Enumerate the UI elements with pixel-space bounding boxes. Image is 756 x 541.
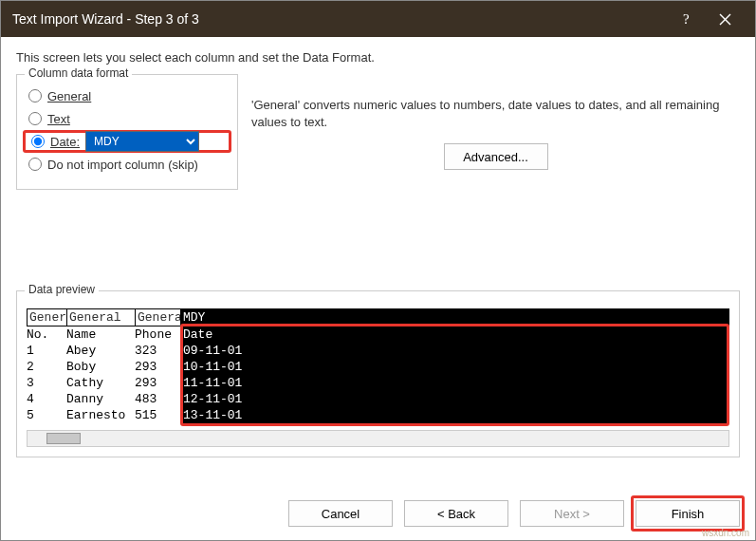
col-header[interactable]: Genera [136, 309, 181, 326]
radio-date-label: Date: [50, 135, 80, 149]
radio-text-label: Text [47, 112, 70, 126]
date-format-select[interactable]: MDY [85, 131, 199, 152]
radio-text[interactable] [28, 112, 42, 125]
format-description: 'General' converts numeric values to num… [251, 97, 740, 130]
help-button[interactable]: ? [668, 1, 706, 37]
preview-col-0: No. 1 2 3 4 5 [27, 326, 66, 426]
finish-button[interactable]: Finish [636, 500, 740, 527]
text-import-wizard-dialog: Text Import Wizard - Step 3 of 3 ? This … [0, 0, 756, 541]
col-header[interactable]: General [67, 309, 136, 326]
preview-legend: Data preview [25, 283, 99, 296]
help-icon: ? [681, 11, 692, 27]
format-description-area: 'General' converts numeric values to num… [251, 74, 740, 196]
watermark: wsxdn.com [702, 528, 749, 538]
radio-general-label: General [47, 89, 91, 103]
radio-skip[interactable] [28, 158, 42, 171]
dialog-title: Text Import Wizard - Step 3 of 3 [12, 11, 668, 27]
titlebar: Text Import Wizard - Step 3 of 3 ? [1, 1, 755, 37]
scrollbar-thumb[interactable] [46, 433, 81, 444]
preview-area: Gener General Genera MDY No. 1 2 3 4 5 N… [27, 308, 729, 426]
advanced-button[interactable]: Advanced... [444, 143, 548, 170]
radio-skip-row[interactable]: Do not import column (skip) [28, 153, 226, 176]
preview-col-3-selected[interactable]: Date 09-11-01 10-11-01 11-11-01 12-11-01… [183, 326, 727, 423]
radio-skip-label: Do not import column (skip) [47, 158, 198, 172]
column-data-format-group: Column data format General Text Date: MD… [16, 74, 238, 190]
close-button[interactable] [706, 1, 744, 37]
radio-general[interactable] [28, 89, 42, 103]
preview-col-1: Name Abey Boby Cathy Danny Earnesto [66, 326, 135, 426]
cancel-button[interactable]: Cancel [288, 500, 393, 527]
radio-general-row[interactable]: General [28, 84, 226, 107]
close-icon [719, 13, 731, 26]
dialog-content: This screen lets you select each column … [1, 37, 755, 491]
data-preview-group: Data preview Gener General Genera MDY No… [16, 290, 740, 457]
radio-date-row[interactable]: Date: MDY [23, 130, 231, 153]
preview-data-rows: No. 1 2 3 4 5 Name Abey Boby Cathy Danny… [27, 326, 729, 426]
col-header[interactable]: Gener [28, 309, 67, 326]
radio-date[interactable] [31, 135, 45, 148]
radio-text-row[interactable]: Text [28, 107, 226, 130]
svg-text:?: ? [683, 11, 690, 27]
format-legend: Column data format [25, 66, 132, 80]
next-button: Next > [520, 500, 624, 527]
horizontal-scrollbar[interactable] [27, 430, 729, 447]
instruction-text: This screen lets you select each column … [16, 50, 740, 65]
back-button[interactable]: < Back [404, 500, 508, 527]
dialog-button-row: Cancel < Back Next > Finish [1, 491, 755, 540]
preview-col-2: Phone 323 293 293 483 515 [135, 326, 180, 426]
